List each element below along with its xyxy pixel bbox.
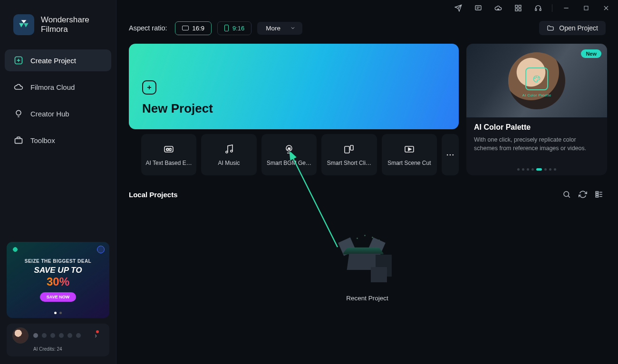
user-card[interactable]: › AI Credits: 24 (7, 324, 109, 356)
svg-rect-16 (519, 9, 521, 11)
promo-cta-button[interactable]: SAVE NOW (40, 292, 76, 302)
svg-line-42 (568, 196, 570, 197)
tool-row: CC AI Text Based E… AI Music AI Smart BG… (129, 129, 459, 175)
sidebar: Wondershare Filmora Create Project Filmo… (0, 0, 116, 364)
svg-point-36 (450, 154, 451, 155)
new-badge: New (581, 49, 601, 58)
toolbox-icon (13, 135, 24, 145)
short-clips-icon (343, 144, 355, 155)
svg-rect-31 (345, 146, 349, 153)
svg-marker-1 (19, 23, 24, 28)
window-minimize-button[interactable] (557, 1, 575, 15)
local-projects-header: Local Projects (116, 175, 618, 201)
svg-text:AI: AI (288, 147, 290, 150)
tool-smart-short-clips[interactable]: Smart Short Cli… (321, 134, 377, 175)
aspect-ratio-16-9[interactable]: 16:9 (175, 21, 212, 35)
feature-card-ai-color-palette[interactable]: AI Color Palette New AI Color Palette Wi… (466, 44, 607, 175)
sidebar-nav: Create Project Filmora Cloud Creator Hub… (0, 45, 116, 161)
window-maximize-button[interactable] (577, 1, 595, 15)
chevron-down-icon (290, 25, 296, 31)
new-project-label: New Project (142, 101, 445, 116)
sidebar-item-label: Creator Hub (30, 110, 69, 118)
avatar (12, 327, 29, 344)
feature-description: With one click, precisely replicate colo… (474, 135, 599, 153)
sidebar-item-label: Filmora Cloud (30, 83, 75, 91)
svg-point-28 (231, 150, 232, 152)
credit-icons (33, 333, 91, 338)
promo-banner[interactable]: SEIZE THE BIGGEST DEAL SAVE UP TO 30% SA… (7, 242, 109, 318)
sidebar-item-label: Toolbox (30, 136, 55, 144)
tool-smart-scene-cut[interactable]: Smart Scene Cut (382, 134, 437, 175)
apps-icon[interactable] (509, 1, 527, 15)
refresh-icon[interactable] (576, 188, 589, 201)
svg-point-6 (16, 110, 21, 115)
svg-rect-18 (540, 9, 541, 10)
sidebar-item-label: Create Project (30, 57, 76, 65)
aspect-ratio-more-dropdown[interactable]: More (257, 22, 302, 35)
svg-rect-45 (596, 196, 598, 197)
svg-rect-17 (535, 9, 537, 10)
lightbulb-icon (13, 108, 24, 119)
scene-cut-icon (404, 144, 415, 155)
more-horizontal-icon (444, 149, 456, 161)
tool-smart-bgm-generator[interactable]: AI Smart BGM Ge… (261, 134, 317, 175)
notification-dot (96, 330, 99, 333)
svg-rect-15 (515, 9, 518, 11)
svg-point-35 (447, 154, 448, 155)
cc-icon: CC (163, 144, 174, 155)
sidebar-item-filmora-cloud[interactable]: Filmora Cloud (5, 76, 111, 98)
open-project-button[interactable]: Open Project (539, 21, 606, 35)
svg-text:CC: CC (166, 147, 172, 152)
logo-text: Wondershare Filmora (41, 15, 89, 35)
tool-ai-music[interactable]: AI Music (201, 134, 256, 175)
view-toggle-icon[interactable] (592, 188, 606, 201)
svg-rect-13 (515, 5, 518, 8)
cloud-icon (13, 82, 24, 92)
local-projects-heading: Local Projects (129, 191, 178, 199)
svg-rect-44 (596, 194, 598, 195)
tool-more[interactable] (442, 134, 459, 175)
svg-marker-2 (24, 23, 29, 28)
svg-point-37 (453, 154, 454, 155)
palette-icon (525, 67, 548, 90)
aspect-ratio-9-16[interactable]: 9:16 (217, 21, 251, 35)
svg-marker-34 (408, 148, 411, 151)
svg-rect-9 (475, 6, 481, 10)
plus-square-icon (13, 55, 24, 66)
send-icon[interactable] (449, 1, 467, 15)
svg-rect-32 (350, 145, 353, 150)
svg-rect-43 (596, 192, 598, 193)
window-close-button[interactable] (597, 1, 615, 15)
ai-credits-label: AI Credits: 24 (33, 346, 104, 352)
tool-ai-text-based-editing[interactable]: CC AI Text Based E… (141, 134, 196, 175)
portrait-rect-icon (224, 25, 229, 31)
empty-box-illustration (341, 239, 394, 287)
svg-point-40 (538, 77, 539, 78)
feature-pagination-dots[interactable] (517, 168, 556, 171)
svg-marker-0 (21, 20, 27, 23)
main-area: Aspect ratio: 16:9 9:16 More Open Projec… (116, 0, 618, 364)
svg-point-38 (535, 78, 536, 79)
promo-dots (54, 312, 62, 314)
app-logo: Wondershare Filmora (0, 10, 116, 45)
plus-icon (142, 80, 156, 95)
window-titlebar (116, 0, 618, 16)
search-icon[interactable] (560, 188, 573, 201)
sidebar-item-create-project[interactable]: Create Project (5, 49, 111, 71)
feature-title: AI Color Palette (474, 123, 599, 132)
svg-rect-14 (519, 5, 521, 8)
empty-state-label: Recent Project (346, 295, 388, 302)
sidebar-item-toolbox[interactable]: Toolbox (5, 129, 111, 151)
bgm-ai-icon: AI (283, 144, 295, 155)
promo-line3: 30% (47, 275, 69, 288)
landscape-rect-icon (182, 26, 189, 30)
headset-icon[interactable] (529, 1, 547, 15)
svg-rect-8 (15, 139, 22, 144)
sidebar-item-creator-hub[interactable]: Creator Hub (5, 103, 111, 125)
cloud-download-icon[interactable] (489, 1, 507, 15)
toolbar: Aspect ratio: 16:9 9:16 More Open Projec… (116, 16, 618, 44)
svg-rect-20 (584, 6, 588, 10)
aspect-ratio-label: Aspect ratio: (129, 24, 167, 32)
new-project-card[interactable]: New Project (129, 44, 459, 129)
feedback-icon[interactable] (469, 1, 487, 15)
